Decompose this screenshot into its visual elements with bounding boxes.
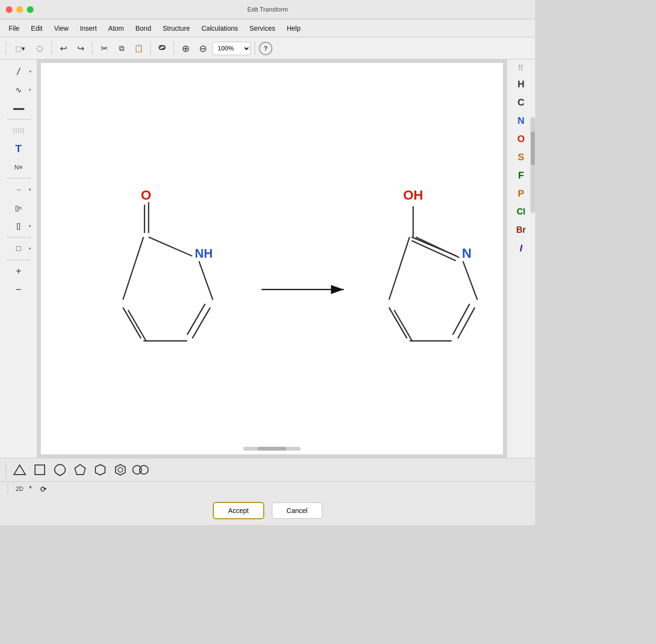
dashes-tool[interactable]: ┊┊┊┊┊ <box>4 122 33 139</box>
molecule-svg: O <box>41 63 503 454</box>
menu-atom[interactable]: Atom <box>104 23 129 34</box>
title-bar: Edit Transform <box>0 0 535 19</box>
svg-line-3 <box>149 237 192 256</box>
zoom-in-button[interactable]: ⊕ <box>178 41 193 56</box>
right-sidebar: ⠿ H C N O S F P Cl Br I <box>506 60 535 458</box>
sidebar-sep-3 <box>7 237 31 238</box>
square-shape[interactable] <box>31 461 48 478</box>
element-S[interactable]: S <box>510 148 533 166</box>
arrow-tool[interactable]: → ▾ <box>4 181 33 198</box>
redo-button[interactable]: ↪ <box>73 41 88 56</box>
svg-marker-29 <box>75 465 85 475</box>
select-tool-button[interactable]: ⬚▾ <box>10 41 30 56</box>
rect-tool[interactable]: □ ▾ <box>4 240 33 257</box>
triangle-shape[interactable] <box>11 461 28 478</box>
svg-line-4 <box>199 261 213 299</box>
paste-button[interactable]: 📋 <box>131 41 146 56</box>
menu-help[interactable]: Help <box>282 23 305 34</box>
menu-structure[interactable]: Structure <box>158 23 195 34</box>
menu-edit[interactable]: Edit <box>26 23 47 34</box>
pentagon-shape[interactable] <box>71 461 89 478</box>
plus-tool[interactable]: + <box>4 263 33 279</box>
double-ring-shape[interactable] <box>132 461 149 478</box>
benzene-shape[interactable] <box>112 461 129 478</box>
element-O[interactable]: O <box>510 130 533 147</box>
canvas-scrollbar[interactable] <box>243 447 301 451</box>
right-scrollbar-thumb <box>531 131 535 165</box>
svg-marker-30 <box>95 465 105 475</box>
svg-line-23 <box>389 237 410 300</box>
undo-button[interactable]: ↩ <box>56 41 71 56</box>
bracket-n-tool[interactable]: []n <box>4 200 33 216</box>
chain-icon <box>156 42 168 55</box>
canvas[interactable]: O <box>40 62 504 455</box>
dash-tool[interactable]: ▬▬ <box>4 100 33 116</box>
element-H[interactable]: H <box>510 75 533 93</box>
text-icon: T <box>15 143 22 155</box>
zoom-out-button[interactable]: ⊖ <box>195 41 211 56</box>
svg-text:NH: NH <box>195 247 212 260</box>
element-F[interactable]: F <box>510 167 533 184</box>
reaction-button[interactable]: ⟳ <box>38 483 49 495</box>
s-bracket-tool[interactable]: [] ▾ <box>4 218 33 234</box>
element-Cl[interactable]: Cl <box>510 203 533 220</box>
cut-button[interactable]: ✂ <box>96 41 112 56</box>
element-N[interactable]: N <box>510 112 533 129</box>
bottom-area: 2D * ⟳ <box>0 458 535 496</box>
menu-bond[interactable]: Bond <box>130 23 156 34</box>
help-button[interactable]: ? <box>259 42 272 55</box>
svg-line-9 <box>128 310 146 341</box>
toolbar-sep-4 <box>150 42 151 55</box>
reaction-icon: ⟳ <box>40 485 47 493</box>
window-controls[interactable] <box>6 6 34 13</box>
lasso-button[interactable]: ◌ <box>32 41 47 56</box>
minimize-button[interactable] <box>16 6 23 13</box>
left-sidebar: / ▾ ∿ ▾ ▬▬ ┊┊┊┊┊ T N≡ <box>0 60 37 458</box>
svg-marker-27 <box>14 465 25 475</box>
menu-view[interactable]: View <box>49 23 73 34</box>
right-scrollbar[interactable] <box>530 117 535 213</box>
menu-insert[interactable]: Insert <box>75 23 102 34</box>
status-sep <box>8 484 8 494</box>
wave-bond-tool[interactable]: ∿ ▾ <box>4 82 33 98</box>
svg-point-34 <box>140 465 148 474</box>
cancel-button[interactable]: Cancel <box>272 502 323 519</box>
svg-line-10 <box>123 237 143 300</box>
accept-button[interactable]: Accept <box>213 502 264 519</box>
toolbar-sep-6 <box>255 42 255 55</box>
bond-tool[interactable]: / ▾ <box>4 63 33 80</box>
redo-icon: ↪ <box>77 43 84 54</box>
atom-label-tool[interactable]: N≡ <box>4 159 33 175</box>
sidebar-sep-1 <box>7 119 31 119</box>
element-P[interactable]: P <box>510 185 533 202</box>
maximize-button[interactable] <box>27 6 34 13</box>
mode-indicator: 2D <box>16 486 23 492</box>
minus-icon: − <box>16 284 22 295</box>
element-Br[interactable]: Br <box>510 221 533 239</box>
toolbar-sep-2 <box>51 42 52 55</box>
menu-services[interactable]: Services <box>245 23 280 34</box>
round-pentagon-shape[interactable] <box>51 461 69 478</box>
element-C[interactable]: C <box>510 94 533 111</box>
close-button[interactable] <box>6 6 12 13</box>
zoom-select[interactable]: 100% 50% 75% 150% 200% <box>212 42 251 55</box>
sidebar-sep-2 <box>7 178 31 179</box>
hexagon-shape[interactable] <box>92 461 109 478</box>
copy-icon: ⧉ <box>119 44 124 53</box>
element-I[interactable]: I <box>510 239 533 257</box>
chain-button[interactable] <box>154 41 170 56</box>
shape-sep <box>6 462 6 478</box>
plus-icon: + <box>16 266 22 277</box>
svg-text:OH: OH <box>403 188 423 203</box>
grid-icon: ⠿ <box>518 63 524 72</box>
dialog-buttons: Accept Cancel <box>0 496 535 525</box>
rect-tool-arrow: ▾ <box>29 246 31 251</box>
minus-tool[interactable]: − <box>4 281 33 298</box>
menu-file[interactable]: File <box>4 23 24 34</box>
copy-button[interactable]: ⧉ <box>114 41 129 56</box>
select-icon: ⬚▾ <box>15 45 25 52</box>
text-tool[interactable]: T <box>4 141 33 157</box>
toolbar-sep-3 <box>92 42 93 55</box>
toolbar-sep-1 <box>6 42 6 55</box>
menu-calculations[interactable]: Calculations <box>197 23 243 34</box>
